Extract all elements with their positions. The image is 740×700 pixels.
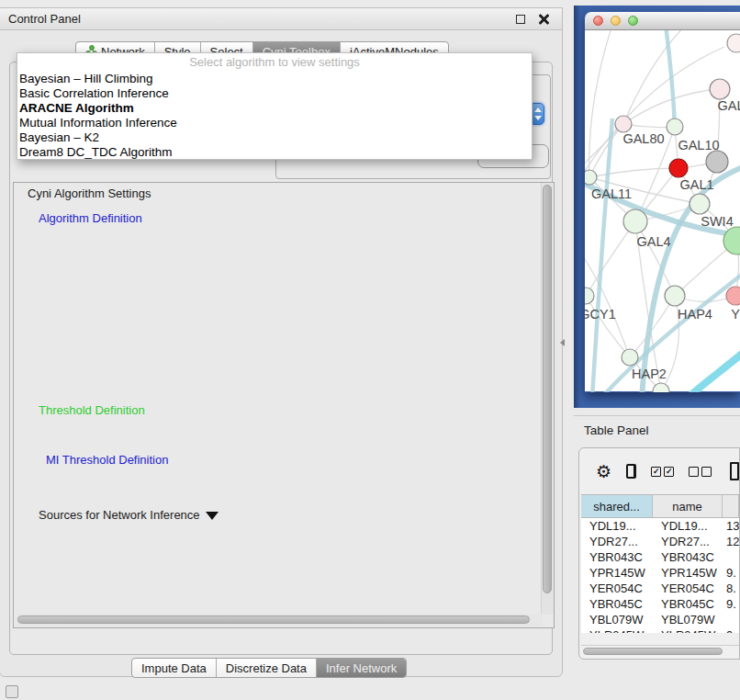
tab-label: Discretize Data [226, 661, 307, 675]
table-row[interactable]: YBR045CYBR045C9. [581, 596, 739, 612]
table-row[interactable]: YBR043CYBR043C [581, 549, 739, 565]
network-graph: GALGAL80GAL10GAL1SWI4GAL11GAL4GCY1HAP4YH… [585, 30, 740, 392]
column-header-2[interactable] [723, 495, 739, 517]
table-row[interactable]: YLR345WYLR345W9. [581, 627, 739, 633]
algorithm-option-bayesian-k2[interactable]: Bayesian – K2 [17, 130, 532, 145]
algorithm-dropdown-popup: Select algorithm to view settings Bayesi… [17, 52, 533, 160]
table-horizontal-scrollbar[interactable] [581, 645, 739, 657]
network-node-label: GAL80 [622, 131, 664, 146]
network-node-y[interactable] [726, 287, 740, 305]
table-cell: YER054C [581, 581, 653, 595]
network-edge-highlighted [688, 350, 740, 392]
network-edge [623, 30, 686, 124]
network-canvas[interactable]: GALGAL80GAL10GAL1SWI4GAL11GAL4GCY1HAP4YH… [585, 30, 740, 391]
table-cell: YLR345W [581, 628, 653, 633]
table-cell: YLR345W [653, 628, 723, 633]
algorithm-option-aracne-algorithm[interactable]: ARACNE Algorithm [17, 101, 532, 116]
tab-infer-network[interactable]: Infer Network [316, 659, 406, 677]
sources-expander[interactable]: Sources for Network Inference [35, 508, 222, 522]
table-row[interactable]: YDL19...YDL19...13 [581, 518, 739, 534]
network-node-gal4[interactable] [623, 209, 647, 233]
algorithm-dropdown-placeholder: Select algorithm to view settings [17, 53, 532, 72]
table-row[interactable]: YER054CYER054C8. [581, 581, 739, 596]
network-node[interactable] [727, 34, 740, 52]
vertical-scrollbar[interactable] [541, 183, 554, 615]
algorithm-option-mutual-information-inference[interactable]: Mutual Information Inference [17, 116, 532, 130]
table-cell: YDR27... [581, 535, 653, 548]
tab-impute-data[interactable]: Impute Data [132, 659, 216, 677]
table-cell: YBL079W [653, 613, 723, 627]
network-edge-highlighted [666, 30, 675, 127]
panel-collapse-arrow-icon[interactable] [560, 339, 565, 346]
minimize-traffic-light-icon[interactable] [611, 16, 621, 26]
vertical-scrollbar-thumb[interactable] [543, 185, 552, 593]
table-cell: 9. [723, 597, 739, 611]
mi-threshold-definition-label: MI Threshold Definition [42, 453, 172, 467]
network-node-gal11[interactable] [585, 170, 597, 185]
network-window[interactable]: GALGAL80GAL10GAL1SWI4GAL11GAL4GCY1HAP4YH… [585, 12, 740, 392]
network-node-label: Y [731, 307, 740, 322]
table-cell: 12 [723, 535, 739, 548]
table-toolbar: ⚙ ✓✓ [579, 448, 739, 494]
table-cell: YPR145W [581, 566, 653, 580]
cyni-algorithm-settings-label: Cyni Algorithm Settings [24, 186, 154, 200]
network-node-hap2[interactable] [622, 349, 638, 366]
network-node-gal1[interactable] [669, 159, 688, 177]
network-node-label: HAP2 [632, 367, 667, 381]
table-row[interactable]: YBL079WYBL079W [581, 612, 739, 627]
deselect-all-icon[interactable] [689, 467, 712, 477]
network-node-swi4[interactable] [690, 194, 710, 214]
table-cell: YBR045C [581, 597, 653, 611]
table-cell: YBR045C [653, 597, 723, 611]
network-window-titlebar [585, 12, 740, 30]
table-cell: YBR043C [581, 550, 653, 564]
horizontal-scrollbar-thumb[interactable] [17, 615, 530, 624]
zoom-traffic-light-icon[interactable] [628, 16, 638, 26]
column-header-name[interactable]: name [653, 495, 723, 517]
network-edge-highlighted [592, 119, 612, 392]
algorithm-option-dream8-dc-tdc-algorithm[interactable]: Dream8 DC_TDC Algorithm [17, 145, 532, 160]
control-panel-title: Control Panel [8, 12, 81, 26]
table-panel-title: Table Panel [584, 423, 649, 437]
table-cell: YDL19... [653, 519, 723, 533]
table-cell: YBR043C [653, 550, 723, 564]
network-node-gal[interactable] [710, 79, 730, 99]
table-cell: YDL19... [581, 519, 653, 533]
network-node-label: GCY1 [585, 307, 616, 322]
float-window-icon[interactable] [516, 15, 525, 24]
close-icon[interactable] [538, 14, 549, 25]
table-hscrollbar-thumb[interactable] [583, 648, 723, 655]
table-cell: YER054C [653, 581, 723, 595]
tab-label: Infer Network [326, 661, 397, 675]
network-node[interactable] [706, 151, 728, 173]
network-node-gal10[interactable] [667, 119, 683, 135]
table-cell: 9. [723, 628, 739, 633]
collapsed-panel-icon[interactable] [6, 685, 18, 698]
table-row[interactable]: YDR27...YDR27...12 [581, 534, 739, 549]
table-row[interactable]: YPR145WYPR145W9. [581, 565, 739, 581]
network-view-frame: GALGAL80GAL10GAL1SWI4GAL11GAL4GCY1HAP4YH… [574, 6, 740, 408]
column-header-shared-[interactable]: shared... [581, 495, 653, 517]
network-node-gal80[interactable] [615, 116, 632, 132]
gear-icon[interactable]: ⚙ [596, 463, 611, 480]
table-cell: 9. [723, 566, 739, 580]
select-all-icon[interactable]: ✓✓ [651, 467, 674, 477]
tab-discretize-data[interactable]: Discretize Data [216, 659, 316, 677]
table-cell: 8. [723, 581, 739, 595]
algorithm-option-basic-correlation-inference[interactable]: Basic Correlation Inference [17, 86, 532, 101]
close-traffic-light-icon[interactable] [593, 16, 603, 26]
network-edge [585, 47, 724, 179]
export-table-icon[interactable] [730, 462, 739, 480]
network-node-hap4[interactable] [665, 286, 685, 306]
table-panel: ⚙ ✓✓ shared...name YDL19...YDL19...13YDR… [578, 447, 740, 660]
control-panel-bottom-tabs: Impute DataDiscretize DataInfer Network [131, 658, 407, 678]
algorithm-definition-label: Algorithm Definition [35, 211, 146, 225]
tab-label: Impute Data [141, 661, 207, 675]
algorithm-list: Bayesian – Hill ClimbingBasic Correlatio… [17, 72, 532, 160]
network-node-gcy1[interactable] [585, 288, 594, 304]
columns-icon[interactable] [626, 464, 636, 479]
horizontal-scrollbar[interactable] [16, 614, 543, 627]
table-cell: YBL079W [581, 613, 653, 627]
network-node-label: HAP4 [678, 307, 712, 322]
algorithm-option-bayesian-hill-climbing[interactable]: Bayesian – Hill Climbing [17, 72, 532, 86]
